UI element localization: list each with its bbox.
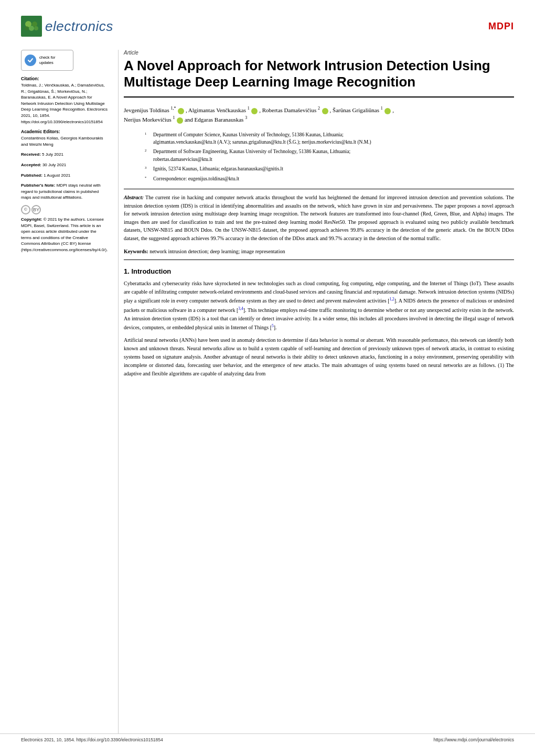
keywords-section: Keywords: network intrusion detection; d…	[124, 249, 514, 260]
svg-point-5	[34, 26, 38, 30]
affiliations-section: 1 Department of Computer Science, Kaunas…	[145, 131, 514, 182]
page-footer: Electronics 2021, 10, 1854. https://doi.…	[0, 733, 535, 746]
orcid-icon-2	[251, 108, 258, 114]
left-sidebar: check for updates Citation: Toldinas, J.…	[21, 50, 118, 733]
journal-name-text: electronics	[45, 18, 113, 35]
check-updates-icon	[25, 55, 36, 66]
affiliation-3: 3 Ignitis, 52374 Kaunas, Lithuania; edga…	[145, 165, 514, 173]
footer-left: Electronics 2021, 10, 1854. https://doi.…	[21, 737, 163, 742]
check-updates-box[interactable]: check for updates	[21, 50, 73, 71]
svg-point-6	[26, 56, 35, 65]
svg-point-2	[32, 21, 37, 27]
section-1-heading: 1. Introduction	[124, 267, 514, 275]
abstract-section: Abstract: The current rise in hacking an…	[124, 193, 514, 242]
svg-point-3	[29, 26, 34, 31]
check-updates-label: check for updates	[39, 55, 55, 66]
dates-block: Received: 5 July 2021 Accepted: 30 July …	[21, 152, 108, 178]
orcid-icon-5	[177, 117, 183, 124]
article-title: A Novel Approach for Network Intrusion D…	[124, 58, 514, 98]
academic-editors-block: Academic Editors: Constantinos Kolias, G…	[21, 129, 108, 147]
footer-right: https://www.mdpi.com/journal/electronics	[433, 737, 514, 742]
orcid-icon-3	[322, 108, 328, 114]
cc-license-logo: © BY	[21, 205, 41, 214]
orcid-icon-4	[384, 108, 391, 114]
authors-section: Jevgenijus Toldinas 1,* , Algimantas Ven…	[124, 105, 514, 125]
publisher-note-block: Publisher's Note: MDPI stays neutral wit…	[21, 182, 108, 201]
article-type-label: Article	[124, 50, 514, 56]
intro-paragraph-1: Cyberattacks and cybersecurity risks hav…	[124, 279, 514, 332]
journal-branding: electronics	[21, 16, 113, 37]
page-header: electronics MDPI	[0, 16, 535, 45]
intro-paragraph-2: Artificial neural networks (ANNs) have b…	[124, 336, 514, 378]
separator-1	[124, 189, 514, 189]
svg-point-4	[25, 26, 29, 30]
affiliation-2: 2 Department of Software Engineering, Ka…	[145, 148, 514, 163]
affiliation-correspondence: * Correspondence: eugenijus.toldinas@ktu…	[145, 175, 514, 183]
journal-logo: electronics	[21, 16, 113, 37]
logo-icon	[21, 16, 42, 37]
orcid-icon-1	[178, 108, 184, 114]
mdpi-logo: MDPI	[488, 21, 514, 32]
main-content: check for updates Citation: Toldinas, J.…	[0, 50, 535, 733]
copyright-block: Copyright: © 2021 by the authors. Licens…	[21, 217, 108, 253]
citation-block: Citation: Toldinas, J.; Venčkauskas, A.;…	[21, 76, 108, 125]
affiliation-1: 1 Department of Computer Science, Kaunas…	[145, 131, 514, 146]
article-body: Article A Novel Approach for Network Int…	[118, 50, 514, 733]
